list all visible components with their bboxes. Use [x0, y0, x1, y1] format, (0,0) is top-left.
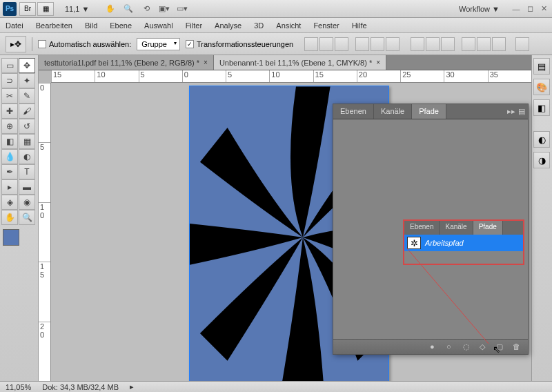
menu-analyse[interactable]: Analyse — [215, 21, 241, 30]
distribute-btn[interactable] — [411, 37, 424, 51]
fill-path-icon[interactable]: ● — [430, 342, 440, 352]
hand-icon[interactable]: ✋ — [104, 3, 117, 14]
checkbox-icon: ✓ — [186, 40, 194, 48]
view-tools: ✋ 🔍 ⟲ ▣▾ ▭▾ — [104, 3, 188, 14]
zoom-tool[interactable]: 🔍 — [19, 210, 35, 225]
tab-close-icon[interactable]: × — [204, 59, 208, 66]
menu-auswahl[interactable]: Auswahl — [144, 21, 173, 30]
menu-fenster[interactable]: Fenster — [313, 21, 339, 30]
crop-tool[interactable]: ✂ — [1, 88, 18, 104]
tab-close-icon[interactable]: × — [376, 59, 380, 66]
delete-path-icon[interactable]: 🗑 — [513, 342, 522, 352]
menu-ebene[interactable]: Ebene — [110, 21, 132, 30]
eraser-tool[interactable]: ◧ — [1, 134, 18, 149]
menu-bearbeiten[interactable]: Bearbeiten — [36, 21, 72, 30]
toolbox: ▭✥ ⊃✦ ✂✎ ✚🖌 ⊕↺ ◧▦ 💧◐ ✒T ▸▬ ◈◉ ✋🔍 — [0, 55, 39, 381]
menu-ansicht[interactable]: Ansicht — [276, 21, 301, 30]
rotate-icon[interactable]: ⟲ — [140, 3, 152, 14]
path-select-tool[interactable]: ▸ — [1, 179, 18, 195]
inner-tab-kanaele[interactable]: Kanäle — [440, 221, 473, 235]
zoom-status[interactable]: 11,05% — [6, 383, 31, 391]
options-bar: ▸✥ Automatisch auswählen: Gruppe ✓ Trans… — [0, 33, 552, 55]
masks-panel-icon[interactable]: ◑ — [533, 152, 550, 168]
heal-tool[interactable]: ✚ — [1, 104, 18, 119]
stamp-tool[interactable]: ⊕ — [1, 119, 18, 134]
status-arrow-icon[interactable]: ▸ — [130, 382, 134, 391]
stroke-path-icon[interactable]: ○ — [446, 342, 456, 352]
doc-info[interactable]: Dok: 34,3 MB/32,4 MB — [42, 383, 119, 391]
panel-tab-kanaele[interactable]: Kanäle — [374, 104, 412, 119]
align-btn[interactable] — [355, 37, 369, 51]
menu-3d[interactable]: 3D — [254, 21, 264, 30]
new-path-icon[interactable]: ▢ — [496, 342, 506, 352]
foreground-color[interactable] — [3, 229, 19, 246]
3d-tool[interactable]: ◈ — [1, 195, 18, 210]
hand-tool[interactable]: ✋ — [1, 210, 18, 225]
maximize-button[interactable]: ◻ — [524, 4, 535, 14]
checkbox-icon — [38, 40, 46, 48]
statusbar: 11,05% Dok: 34,3 MB/32,4 MB ▸ — [0, 381, 552, 392]
type-tool[interactable]: T — [19, 164, 35, 179]
pen-tool[interactable]: ✒ — [1, 164, 18, 179]
transform-checkbox[interactable]: ✓ Transformationssteuerungen — [186, 40, 293, 48]
lasso-tool[interactable]: ⊃ — [1, 73, 18, 88]
screen-mode-icon[interactable]: ▭▾ — [176, 3, 188, 14]
eyedropper-tool[interactable]: ✎ — [19, 88, 35, 104]
zoom-display[interactable]: 11,1 ▼ — [61, 3, 93, 14]
close-button[interactable]: ✕ — [538, 4, 549, 14]
panel-menu-icon[interactable]: ▤ — [518, 107, 525, 116]
document-tab[interactable]: testtutoria1l.pdf bei 11,1% (Ebene 2, RG… — [39, 55, 214, 70]
align-btn[interactable] — [335, 37, 348, 51]
arrange-icon[interactable]: ▣▾ — [158, 3, 170, 14]
menu-hilfe[interactable]: Hilfe — [352, 21, 367, 30]
distribute-btn[interactable] — [441, 37, 455, 51]
blur-tool[interactable]: 💧 — [1, 149, 18, 164]
ruler-horizontal[interactable]: 1510505101520253035 — [51, 70, 531, 83]
menu-bild[interactable]: Bild — [85, 21, 97, 30]
brush-tool[interactable]: 🖌 — [19, 104, 35, 119]
panel-tab-ebenen[interactable]: Ebenen — [333, 104, 374, 119]
align-btn[interactable] — [386, 37, 400, 51]
distribute-btn[interactable] — [426, 37, 440, 51]
inner-tab-pfade[interactable]: Pfade — [473, 221, 503, 235]
move-tool[interactable]: ✥ — [19, 58, 35, 73]
document-tab[interactable]: Unbenannt-1 bei 11,1% (Ebene 1, CMYK/8) … — [214, 55, 386, 70]
shape-tool[interactable]: ▬ — [19, 179, 35, 195]
zoom-icon[interactable]: 🔍 — [122, 3, 135, 14]
history-panel-icon[interactable]: ▤ — [533, 58, 550, 75]
dodge-tool[interactable]: ◐ — [19, 149, 35, 164]
panel-tab-pfade[interactable]: Pfade — [412, 104, 446, 119]
menu-filter[interactable]: Filter — [186, 21, 202, 30]
auto-select-mode[interactable]: Gruppe — [137, 38, 180, 50]
3d-camera-tool[interactable]: ◉ — [19, 195, 35, 210]
auto-align-btn[interactable] — [515, 37, 529, 51]
panel-collapse-icon[interactable]: ▸▸ — [507, 107, 515, 116]
distribute-btn[interactable] — [462, 37, 475, 51]
path-row[interactable]: ✲ Arbeitspfad — [404, 235, 523, 251]
history-brush-tool[interactable]: ↺ — [19, 119, 35, 134]
swatches-panel-icon[interactable]: ◧ — [533, 99, 550, 116]
distribute-btn[interactable] — [492, 37, 506, 51]
path-thumbnail: ✲ — [407, 237, 421, 249]
minibridge-button[interactable]: ▦ — [37, 2, 54, 16]
path-to-selection-icon[interactable]: ◌ — [463, 342, 473, 352]
wand-tool[interactable]: ✦ — [19, 73, 35, 88]
gradient-tool[interactable]: ▦ — [19, 134, 35, 149]
workspace-switcher[interactable]: Workflow ▼ — [453, 3, 505, 14]
align-btn[interactable] — [304, 37, 318, 51]
move-tool-preset[interactable]: ▸✥ — [6, 36, 26, 52]
distribute-btn[interactable] — [477, 37, 491, 51]
selection-to-path-icon[interactable]: ◇ — [480, 342, 489, 352]
marquee-tool[interactable]: ▭ — [1, 58, 18, 73]
align-btn[interactable] — [371, 37, 384, 51]
menu-datei[interactable]: Datei — [6, 21, 23, 30]
inner-tab-ebenen[interactable]: Ebenen — [404, 221, 440, 235]
color-panel-icon[interactable]: 🎨 — [533, 79, 550, 95]
adjustments-panel-icon[interactable]: ◐ — [533, 131, 550, 148]
right-dock: ▤ 🎨 ◧ ◐ ◑ — [531, 55, 552, 381]
align-btn[interactable] — [319, 37, 333, 51]
auto-select-checkbox[interactable]: Automatisch auswählen: — [38, 40, 131, 48]
bridge-button[interactable]: Br — [19, 2, 36, 16]
ruler-vertical[interactable]: 051 01 52 0 — [39, 83, 51, 381]
minimize-button[interactable]: — — [511, 4, 522, 14]
